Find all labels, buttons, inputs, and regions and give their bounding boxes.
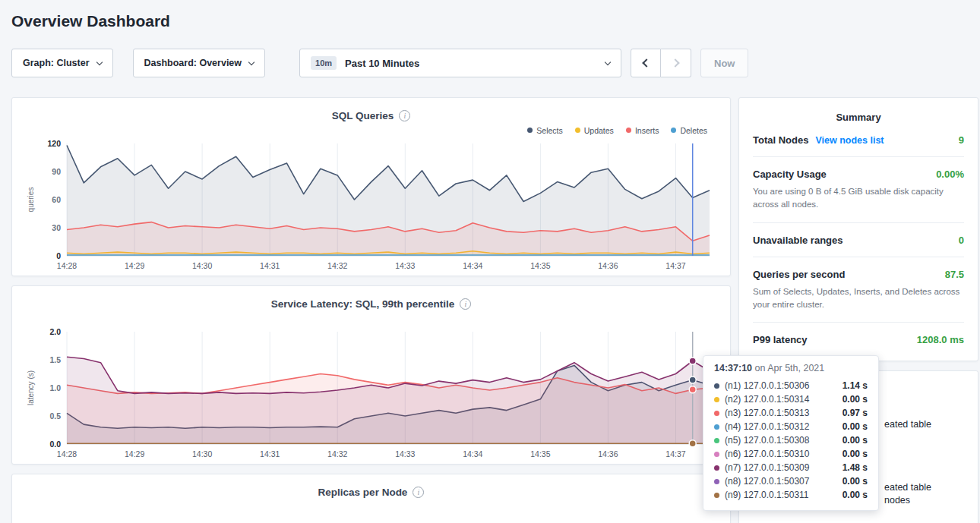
svg-text:90: 90 <box>52 167 61 176</box>
tooltip-node-label: (n6) 127.0.0.1:50310 <box>725 449 809 459</box>
time-range-label: Past 10 Minutes <box>345 58 419 69</box>
legend-item[interactable]: Deletes <box>671 126 707 135</box>
total-nodes-value: 9 <box>959 134 964 146</box>
total-nodes-label: Total Nodes <box>753 134 808 146</box>
tooltip-node-value: 0.00 s <box>842 449 868 459</box>
summary-title: Summary <box>753 112 964 123</box>
now-button[interactable]: Now <box>700 49 748 77</box>
tooltip-row: (n8) 127.0.0.1:503070.00 s <box>714 474 868 488</box>
sql-queries-chart[interactable]: 14:2814:2914:3014:3114:3214:3314:3414:35… <box>24 137 717 273</box>
svg-text:14:32: 14:32 <box>327 449 347 458</box>
svg-text:14:30: 14:30 <box>192 261 212 270</box>
svg-text:14:35: 14:35 <box>530 449 550 458</box>
svg-text:30: 30 <box>52 223 61 232</box>
dashboard-dropdown[interactable]: Dashboard: Overview <box>133 49 266 77</box>
chart-legend <box>24 311 718 326</box>
svg-text:14:33: 14:33 <box>395 449 415 458</box>
svg-text:latency (s): latency (s) <box>27 370 35 405</box>
queries-per-second-value: 87.5 <box>945 269 964 280</box>
chart-tooltip-rows: (n1) 127.0.0.1:503061.14 s(n2) 127.0.0.1… <box>714 379 868 502</box>
time-range-picker[interactable]: 10m Past 10 Minutes <box>299 49 621 77</box>
node-color-dot <box>714 493 719 498</box>
time-pager <box>631 49 691 77</box>
tooltip-node-label: (n8) 127.0.0.1:50307 <box>725 476 809 487</box>
node-color-dot <box>714 397 719 402</box>
svg-text:14:31: 14:31 <box>260 261 280 270</box>
tooltip-node-label: (n7) 127.0.0.1:50309 <box>725 462 809 473</box>
unavailable-ranges-value: 0 <box>959 235 964 246</box>
tooltip-node-label: (n2) 127.0.0.1:50314 <box>725 394 809 405</box>
graph-dropdown[interactable]: Graph: Cluster <box>11 49 113 77</box>
replicas-per-node-card: Replicas per Node i <box>11 474 731 523</box>
legend-item[interactable]: Updates <box>575 126 614 135</box>
tooltip-row: (n6) 127.0.0.1:503100.00 s <box>714 447 868 461</box>
overview-dashboard-page: Overview Dashboard Graph: Cluster Dashbo… <box>0 0 980 523</box>
prev-time-button[interactable] <box>631 49 661 77</box>
legend-series-dot <box>626 128 631 133</box>
svg-text:0: 0 <box>56 251 61 260</box>
capacity-usage-row: Capacity Usage 0.00% You are using 0 B o… <box>753 157 964 223</box>
queries-per-second-description: Sum of Selects, Updates, Inserts, and De… <box>753 285 964 312</box>
svg-text:0.5: 0.5 <box>49 411 61 421</box>
node-color-dot <box>714 424 719 430</box>
svg-text:60: 60 <box>52 195 61 204</box>
tooltip-header: 14:37:10 on Apr 5th, 2021 <box>714 363 868 373</box>
legend-series-dot <box>671 128 676 133</box>
next-time-button[interactable] <box>661 49 691 77</box>
tooltip-row: (n9) 127.0.0.1:503110.00 s <box>714 488 868 502</box>
info-icon[interactable]: i <box>460 298 471 310</box>
legend-item[interactable]: Inserts <box>626 126 659 135</box>
tooltip-date: on Apr 5th, 2021 <box>755 363 825 373</box>
tooltip-node-value: 0.00 s <box>842 490 868 500</box>
chevron-left-icon <box>642 58 650 67</box>
chart-tooltip: 14:37:10 on Apr 5th, 2021 (n1) 127.0.0.1… <box>703 355 879 511</box>
svg-text:14:31: 14:31 <box>260 449 280 458</box>
svg-text:14:36: 14:36 <box>598 261 618 270</box>
node-color-dot <box>714 452 719 457</box>
p99-latency-row: P99 latency 1208.0 ms <box>753 323 964 356</box>
svg-text:1.0: 1.0 <box>49 383 61 392</box>
chevron-down-icon <box>96 58 102 65</box>
tooltip-row: (n7) 127.0.0.1:503091.48 s <box>714 461 868 474</box>
info-icon[interactable]: i <box>399 110 410 121</box>
svg-text:0.0: 0.0 <box>49 440 61 449</box>
p99-latency-label: P99 latency <box>753 334 808 345</box>
tooltip-node-value: 0.00 s <box>842 394 868 405</box>
node-color-dot <box>714 411 719 416</box>
svg-text:14:36: 14:36 <box>598 449 618 458</box>
graph-dropdown-label: Graph: Cluster <box>23 58 90 68</box>
tooltip-row: (n1) 127.0.0.1:503061.14 s <box>714 379 868 392</box>
legend-series-dot <box>527 128 533 133</box>
tooltip-node-value: 0.00 s <box>842 421 868 432</box>
svg-text:14:34: 14:34 <box>463 261 482 270</box>
node-color-dot <box>714 383 719 389</box>
node-color-dot <box>714 465 719 471</box>
svg-text:14:29: 14:29 <box>125 261 144 270</box>
tooltip-node-label: (n4) 127.0.0.1:50312 <box>725 421 809 432</box>
svg-text:14:33: 14:33 <box>395 261 415 270</box>
tooltip-node-value: 1.14 s <box>842 380 868 391</box>
tooltip-row: (n5) 127.0.0.1:503080.00 s <box>714 433 868 447</box>
node-color-dot <box>714 438 719 443</box>
tooltip-row: (n3) 127.0.0.1:503130.97 s <box>714 406 868 420</box>
svg-text:14:28: 14:28 <box>57 449 77 458</box>
dashboard-dropdown-label: Dashboard: Overview <box>144 58 242 68</box>
tooltip-node-label: (n3) 127.0.0.1:50313 <box>725 408 809 418</box>
tooltip-time: 14:37:10 <box>714 363 752 373</box>
sql-queries-card: SQL Queries i SelectsUpdatesInsertsDelet… <box>11 97 731 276</box>
service-latency-chart[interactable]: 14:2814:2914:3014:3114:3214:3314:3414:35… <box>24 326 717 461</box>
svg-text:14:28: 14:28 <box>57 261 77 270</box>
legend-item[interactable]: Selects <box>527 126 562 135</box>
chart-title: SQL Queries <box>332 110 394 121</box>
info-icon[interactable]: i <box>413 487 424 498</box>
dashboard-controls: Graph: Cluster Dashboard: Overview 10m P… <box>11 49 978 77</box>
tooltip-node-label: (n9) 127.0.0.1:50311 <box>725 490 809 500</box>
svg-text:14:34: 14:34 <box>463 449 482 458</box>
summary-card: Summary Total Nodes View nodes list 9 Ca… <box>738 97 978 361</box>
time-range-badge: 10m <box>311 56 337 70</box>
chart-title: Replicas per Node <box>318 487 408 498</box>
tooltip-node-label: (n1) 127.0.0.1:50306 <box>725 380 809 391</box>
queries-per-second-row: Queries per second 87.5 Sum of Selects, … <box>753 257 964 323</box>
view-nodes-list-link[interactable]: View nodes list <box>815 135 884 146</box>
total-nodes-row: Total Nodes View nodes list 9 <box>753 123 964 157</box>
